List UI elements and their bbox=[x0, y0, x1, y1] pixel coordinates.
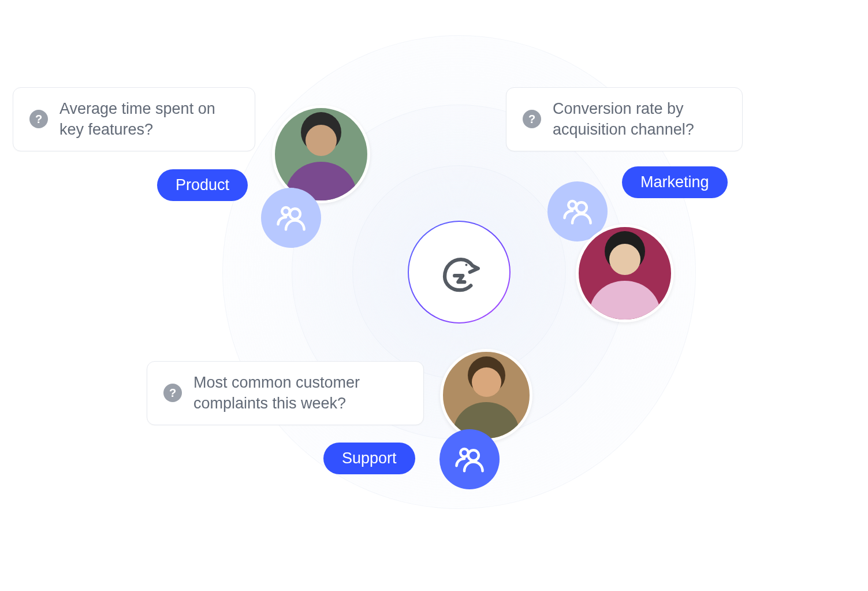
question-text-support: Most common customer complaints this wee… bbox=[193, 372, 407, 414]
avatar-marketing bbox=[576, 224, 674, 322]
center-logo-circle bbox=[408, 221, 511, 324]
avatar-support bbox=[440, 349, 532, 441]
svg-point-3 bbox=[576, 202, 587, 213]
svg-point-2 bbox=[282, 207, 290, 215]
bird-icon bbox=[437, 250, 482, 295]
svg-point-4 bbox=[568, 201, 576, 209]
question-icon: ? bbox=[163, 384, 182, 402]
team-pill-marketing: Marketing bbox=[622, 166, 728, 198]
people-bubble-product bbox=[261, 188, 321, 248]
avatar-head bbox=[472, 367, 501, 397]
people-bubble-support bbox=[439, 429, 500, 489]
question-text-marketing: Conversion rate by acquisition channel? bbox=[553, 98, 726, 140]
team-pill-label: Support bbox=[342, 449, 397, 467]
question-icon: ? bbox=[523, 110, 541, 128]
people-icon bbox=[275, 202, 307, 233]
question-card-product: ? Average time spent on key features? bbox=[13, 87, 255, 151]
people-icon bbox=[454, 444, 485, 475]
svg-point-6 bbox=[460, 449, 468, 457]
question-icon: ? bbox=[29, 110, 48, 128]
team-pill-label: Product bbox=[176, 176, 229, 194]
avatar-head bbox=[609, 244, 640, 275]
people-icon bbox=[562, 196, 593, 227]
svg-point-5 bbox=[468, 450, 479, 460]
team-pill-label: Marketing bbox=[640, 173, 709, 191]
avatar-head bbox=[306, 125, 337, 156]
svg-point-0 bbox=[465, 264, 468, 266]
question-text-product: Average time spent on key features? bbox=[59, 98, 239, 140]
team-pill-product: Product bbox=[157, 169, 248, 201]
svg-point-1 bbox=[290, 209, 300, 219]
team-pill-support: Support bbox=[323, 443, 415, 474]
question-card-support: ? Most common customer complaints this w… bbox=[147, 361, 424, 425]
question-card-marketing: ? Conversion rate by acquisition channel… bbox=[506, 87, 743, 151]
